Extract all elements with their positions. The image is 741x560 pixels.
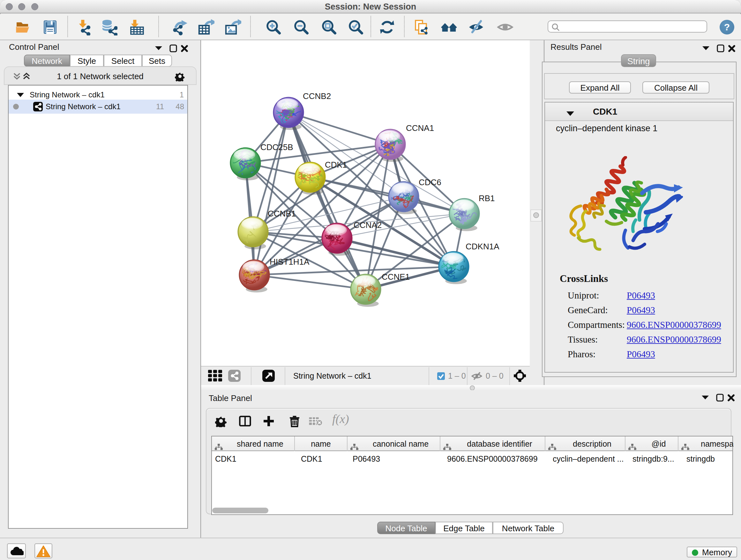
- svg-text:CDK1: CDK1: [325, 160, 347, 170]
- svg-text:CCNA2: CCNA2: [354, 220, 382, 230]
- svg-text:HIST1H1A: HIST1H1A: [270, 257, 310, 266]
- svg-text:CCNE1: CCNE1: [382, 272, 410, 282]
- svg-text:CCNB2: CCNB2: [303, 91, 331, 101]
- svg-text:CCNB1: CCNB1: [268, 209, 296, 219]
- svg-text:CDKN1A: CDKN1A: [466, 242, 499, 251]
- svg-text:CDC6: CDC6: [419, 178, 441, 187]
- svg-text:CDC25B: CDC25B: [260, 142, 293, 152]
- svg-text:RB1: RB1: [479, 193, 495, 203]
- svg-text:CCNA1: CCNA1: [406, 123, 434, 133]
